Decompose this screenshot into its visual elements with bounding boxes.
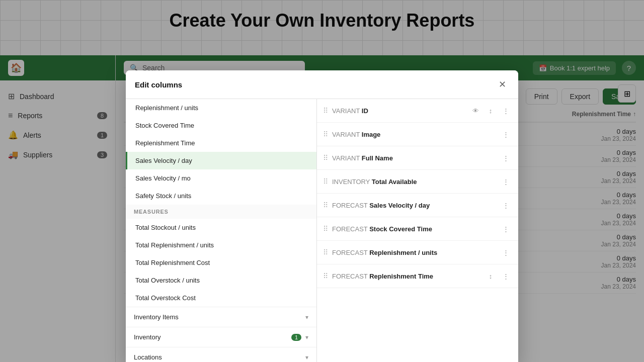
measures-header: MEASURES [126,205,316,219]
group-row-locations[interactable]: Locations▾ [126,347,316,362]
col-prefix: FORECAST [332,273,369,280]
col-label: FORECAST Replenishment / units [332,249,495,256]
col-label: VARIANT Image [332,131,495,138]
chevron-down-icon: ▾ [305,314,308,321]
col-name: Stock Covered Time [369,225,432,233]
group-rows-list: Inventory Items▾Inventory1▾Locations▾Ord… [126,307,316,362]
col-label: INVENTORY Total Available [332,178,495,186]
group-row-inventory-items[interactable]: Inventory Items▾ [126,307,316,327]
left-panel-column-item-stock-covered-time[interactable]: Stock Covered Time [126,117,316,134]
more-options-button[interactable]: ⋮ [499,269,512,283]
col-name: Replenishment / units [369,249,437,256]
drag-handle-icon[interactable]: ⠿ [323,225,328,233]
group-badge: 1 [291,334,301,341]
right-column-item-5: ⠿ FORECAST Stock Covered Time ⋮ [317,217,518,241]
drag-handle-icon[interactable]: ⠿ [323,154,328,162]
more-options-button[interactable]: ⋮ [499,128,512,141]
col-prefix: INVENTORY [332,178,372,186]
more-options-button[interactable]: ⋮ [499,246,512,259]
chevron-down-icon: ▾ [305,354,308,361]
drag-handle-icon[interactable]: ⠿ [323,107,328,115]
col-actions: ⋮ [499,246,512,259]
col-prefix: FORECAST [332,225,369,233]
left-panel-column-item-sales-velocity-mo[interactable]: Sales Velocity / mo [126,169,316,187]
left-panel-column-item-safety-stock-units[interactable]: Safety Stock / units [126,187,316,205]
col-prefix: VARIANT [332,154,362,162]
col-actions: ↕ ⋮ [484,269,512,283]
modal-title: Edit columns [135,80,182,89]
modal-close-button[interactable]: ✕ [495,77,509,92]
sort-column-button[interactable]: ↕ [484,269,497,283]
measure-item-total-overstock-units[interactable]: Total Overstock / units [126,272,316,289]
more-options-button[interactable]: ⋮ [499,222,512,235]
col-label: VARIANT Full Name [332,154,495,162]
drag-handle-icon[interactable]: ⠿ [323,248,328,256]
measure-item-total-replenishment-units[interactable]: Total Replenishment / units [126,236,316,254]
col-prefix: VARIANT [332,131,362,138]
hide-column-button[interactable]: 👁 [469,104,482,117]
measure-item-total-replenishment-cost[interactable]: Total Replenishment Cost [126,254,316,272]
col-label: FORECAST Replenishment Time [332,273,480,280]
col-actions: ⋮ [499,128,512,141]
col-name: Full Name [362,154,393,162]
modal-body: Replenishment / unitsStock Covered TimeR… [126,99,518,362]
col-actions: ⋮ [499,222,512,235]
drag-handle-icon[interactable]: ⠿ [323,130,328,138]
column-items-list: Replenishment / unitsStock Covered TimeR… [126,99,316,205]
left-panel-column-item-replenishment-units[interactable]: Replenishment / units [126,99,316,117]
sort-column-button[interactable]: ↕ [484,104,497,117]
right-column-item-1: ⠿ VARIANT Image ⋮ [317,123,518,146]
right-column-item-3: ⠿ INVENTORY Total Available ⋮ [317,170,518,194]
more-options-button[interactable]: ⋮ [499,151,512,164]
measure-item-total-overstock-cost[interactable]: Total Overstock Cost [126,289,316,307]
modal-right-panel: ⠿ VARIANT ID 👁 ↕ ⋮ ⠿ VARIANT Image ⋮ ⠿ V… [317,99,518,362]
col-name: ID [362,107,368,115]
col-name: Total Available [372,178,417,186]
more-options-button[interactable]: ⋮ [499,199,512,212]
col-prefix: VARIANT [332,107,362,115]
measure-item-total-stockout-units[interactable]: Total Stockout / units [126,219,316,236]
left-panel-column-item-sales-velocity-day[interactable]: Sales Velocity / day [126,152,316,169]
right-columns-list: ⠿ VARIANT ID 👁 ↕ ⋮ ⠿ VARIANT Image ⋮ ⠿ V… [317,99,518,288]
right-column-item-7: ⠿ FORECAST Replenishment Time ↕ ⋮ [317,264,518,288]
col-name: Sales Velocity / day [369,202,430,209]
group-label: Inventory Items [134,313,179,321]
measures-list: Total Stockout / unitsTotal Replenishmen… [126,219,316,307]
col-label: FORECAST Sales Velocity / day [332,202,495,209]
col-name: Replenishment Time [369,273,433,280]
col-label: VARIANT ID [332,107,465,115]
col-label: FORECAST Stock Covered Time [332,225,495,233]
more-options-button[interactable]: ⋮ [499,104,512,117]
col-prefix: FORECAST [332,249,369,256]
right-column-item-2: ⠿ VARIANT Full Name ⋮ [317,146,518,170]
right-column-item-6: ⠿ FORECAST Replenishment / units ⋮ [317,241,518,264]
left-panel-column-item-replenishment-time[interactable]: Replenishment Time [126,134,316,152]
group-row-inventory[interactable]: Inventory1▾ [126,327,316,347]
chevron-down-icon: ▾ [305,334,308,341]
col-actions: ⋮ [499,199,512,212]
group-label: Inventory [134,333,160,341]
drag-handle-icon[interactable]: ⠿ [323,201,328,209]
modal-left-panel: Replenishment / unitsStock Covered TimeR… [126,99,317,362]
right-column-item-0: ⠿ VARIANT ID 👁 ↕ ⋮ [317,99,518,123]
edit-columns-modal: Edit columns ✕ Replenishment / unitsStoc… [126,70,518,362]
right-column-item-4: ⠿ FORECAST Sales Velocity / day ⋮ [317,194,518,217]
col-actions: ⋮ [499,175,512,188]
col-prefix: FORECAST [332,202,369,209]
modal-header: Edit columns ✕ [126,70,518,99]
col-actions: ⋮ [499,151,512,164]
group-label: Locations [134,353,162,361]
more-options-button[interactable]: ⋮ [499,175,512,188]
drag-handle-icon[interactable]: ⠿ [323,177,328,186]
col-actions: 👁 ↕ ⋮ [469,104,512,117]
col-name: Image [362,131,381,138]
drag-handle-icon[interactable]: ⠿ [323,272,328,280]
